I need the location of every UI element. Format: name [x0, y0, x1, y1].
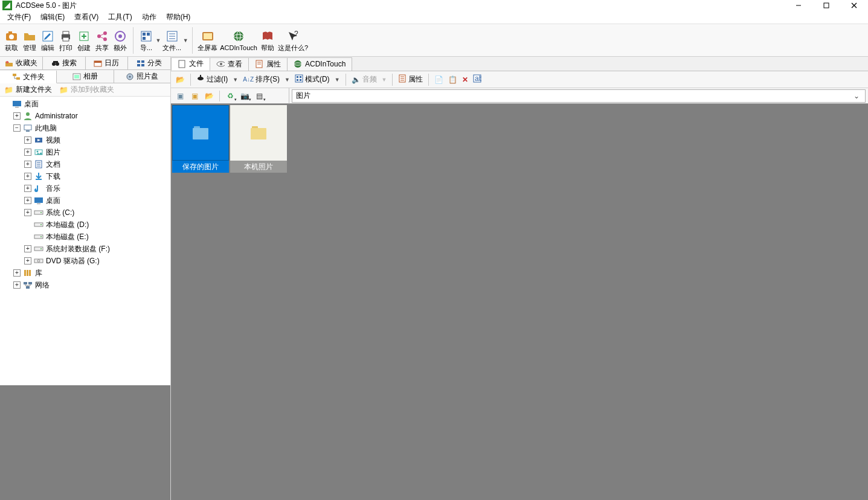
icon-btn-1[interactable]: ▣ — [173, 90, 187, 102]
tree-node[interactable]: +音乐 — [0, 182, 170, 194]
menu-item-0[interactable]: 文件(F) — [2, 11, 36, 24]
menu-item-2[interactable]: 查看(V) — [69, 11, 103, 24]
properties-button[interactable]: 属性 — [396, 73, 425, 86]
library-icon — [23, 268, 33, 278]
folder-up-button[interactable]: 📂 — [173, 73, 187, 86]
icon-btn-3[interactable]: 📂 — [202, 90, 216, 102]
svg-line-18 — [100, 37, 104, 39]
mode-button[interactable]: 模式(D) — [292, 73, 332, 86]
share-button[interactable]: 共享 — [93, 25, 111, 56]
whatsthis-button[interactable]: ?这是什么? — [277, 25, 309, 56]
expand-icon[interactable]: + — [24, 173, 31, 180]
folder-tree[interactable]: 桌面+Administrator−此电脑+视频+图片+文档+下载+音乐+桌面+系… — [0, 97, 170, 385]
menu-item-1[interactable]: 编辑(E) — [36, 11, 69, 24]
collapse-icon[interactable]: − — [13, 124, 21, 132]
expand-icon[interactable]: + — [13, 112, 21, 120]
nav-dropdown[interactable]: ▼ — [155, 25, 161, 56]
tree-node[interactable]: +DVD 驱动器 (G:) — [0, 255, 170, 267]
tree-node[interactable]: +文档 — [0, 158, 170, 170]
tree-node[interactable]: 桌面 — [0, 98, 170, 110]
thumbnail-area[interactable]: 保存的图片本机照片 — [171, 104, 868, 500]
recycle-icon: ♻ — [227, 92, 234, 100]
maximize-button[interactable] — [812, 0, 840, 11]
toolbar-label: 导... — [140, 43, 152, 52]
tab-folders[interactable]: 文件夹 — [0, 71, 57, 83]
drive-icon — [34, 208, 43, 217]
right-tab-file[interactable]: 文件 — [171, 57, 210, 71]
acquire-button[interactable]: 获取 — [2, 25, 21, 56]
mode-dropdown[interactable]: ▼ — [332, 77, 342, 83]
tree-node[interactable]: +库 — [0, 267, 170, 279]
fullscreen-button[interactable]: 全屏幕 — [196, 25, 219, 56]
expand-icon[interactable]: + — [24, 197, 31, 204]
path-bar[interactable]: 图片 ⌄ — [292, 89, 866, 103]
print-button[interactable]: 打印 — [57, 25, 75, 56]
expand-icon[interactable]: + — [13, 281, 21, 289]
path-dropdown-icon[interactable]: ⌄ — [852, 92, 861, 100]
menu-item-5[interactable]: 帮助(H) — [161, 11, 196, 24]
menu-item-3[interactable]: 工具(T) — [103, 11, 137, 24]
tree-node[interactable]: +系统 (C:) — [0, 207, 170, 219]
help-button[interactable]: 帮助 — [259, 25, 277, 56]
tree-node[interactable]: +图片 — [0, 146, 170, 158]
nav-button[interactable]: 导... — [137, 25, 155, 56]
album-icon — [72, 72, 81, 81]
expand-icon[interactable]: + — [24, 136, 31, 144]
tree-node[interactable]: +系统封装数据盘 (F:) — [0, 243, 170, 255]
menu-item-4[interactable]: 动作 — [137, 11, 161, 24]
icon-btn-6[interactable]: ▤▾ — [252, 90, 266, 102]
thumbnail-item[interactable]: 本机照片 — [230, 105, 287, 173]
paste-button[interactable]: 📋 — [446, 73, 460, 86]
audio-button[interactable]: 🔈 音频 — [349, 73, 379, 86]
tree-node[interactable]: +视频 — [0, 134, 170, 146]
tab-categories[interactable]: 分类 — [128, 57, 170, 69]
tree-node[interactable]: +网络 — [0, 279, 170, 291]
tab-favorites[interactable]: 收藏夹 — [0, 57, 43, 69]
audio-dropdown[interactable]: ▼ — [379, 77, 390, 83]
expand-icon[interactable]: + — [24, 185, 31, 192]
icon-btn-2[interactable]: ▣ — [188, 90, 201, 102]
tree-node[interactable]: +下载 — [0, 170, 170, 182]
expand-icon[interactable]: + — [13, 269, 21, 277]
manage-button[interactable]: 管理 — [21, 25, 39, 56]
right-tab-acdintouch[interactable]: ACDInTouch — [287, 57, 352, 71]
tree-node[interactable]: +Administrator — [0, 110, 170, 122]
toolbar-label: 这是什么? — [278, 43, 308, 52]
right-tab-properties[interactable]: 属性 — [248, 57, 288, 71]
new-folder-button[interactable]: 📁 新建文件夹 — [2, 84, 54, 95]
tree-node[interactable]: +桌面 — [0, 194, 170, 207]
tree-node[interactable]: 本地磁盘 (E:) — [0, 231, 170, 243]
minimize-button[interactable] — [785, 0, 812, 11]
expand-icon[interactable]: + — [24, 149, 31, 156]
expand-icon[interactable]: + — [24, 161, 31, 168]
right-tab-view[interactable]: 查看 — [210, 57, 249, 71]
intouch-button[interactable]: ACDInTouch — [219, 25, 259, 56]
files-dropdown[interactable]: ▼ — [182, 25, 188, 56]
edit-button[interactable]: 编辑 — [39, 25, 57, 56]
tab-albums[interactable]: 相册 — [57, 70, 114, 83]
options-button[interactable]: ab — [471, 73, 484, 86]
add-to-favorites-button[interactable]: 📁 添加到收藏夹 — [57, 84, 116, 95]
files-button[interactable]: 文件... — [161, 25, 182, 56]
icon-btn-5[interactable]: 📷▾ — [238, 90, 251, 102]
sort-dropdown[interactable]: ▼ — [282, 77, 292, 83]
filter-dropdown[interactable]: ▼ — [230, 77, 240, 83]
copy-button[interactable]: 📄 — [432, 73, 446, 86]
sort-button[interactable]: A↓Z 排序(S) — [240, 73, 282, 86]
close-button[interactable] — [840, 0, 868, 11]
extras-button[interactable]: 额外 — [111, 25, 129, 56]
thumbnail-item[interactable]: 保存的图片 — [172, 105, 229, 173]
icon-btn-4[interactable]: ♻▾ — [223, 90, 237, 102]
expand-icon[interactable]: + — [24, 209, 31, 216]
delete-button[interactable]: ✕ — [460, 73, 471, 86]
right-pane: 文件查看属性ACDInTouch 📂 过滤(I) ▼ A↓Z 排序(S) ▼ 模… — [171, 57, 868, 500]
tree-node[interactable]: 本地磁盘 (D:) — [0, 219, 170, 231]
tab-calendar[interactable]: 日历 — [86, 57, 129, 69]
expand-icon[interactable]: + — [24, 257, 31, 264]
expand-icon[interactable]: + — [24, 245, 31, 252]
tab-search[interactable]: 搜索 — [43, 57, 86, 69]
create-button[interactable]: 创建 — [75, 25, 93, 56]
tab-photodisc[interactable]: 照片盘 — [114, 70, 170, 83]
filter-button[interactable]: 过滤(I) — [194, 73, 230, 86]
tree-node[interactable]: −此电脑 — [0, 122, 170, 134]
